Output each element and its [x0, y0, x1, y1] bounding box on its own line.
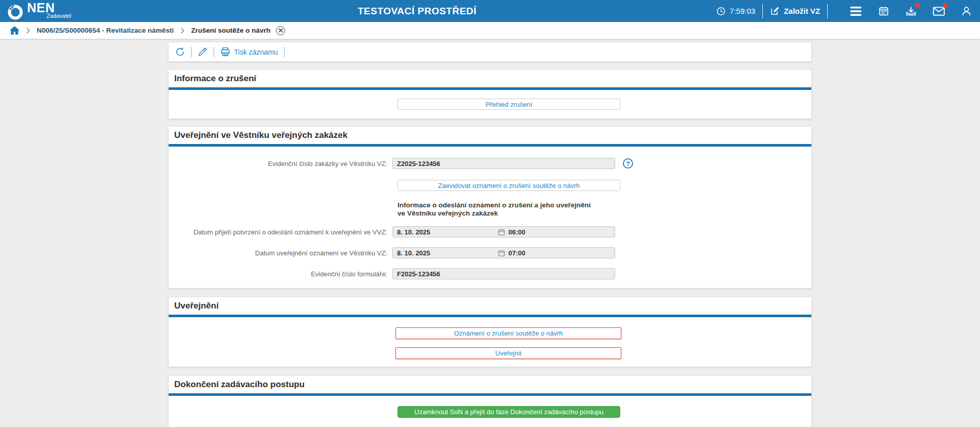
toolbar-divider	[214, 47, 214, 57]
header-divider	[827, 4, 828, 18]
form-number-value: F2025-123456	[397, 270, 440, 278]
messages-button[interactable]	[932, 5, 945, 18]
create-vz-label: Založit VZ	[784, 7, 820, 15]
section-vvz-publication: Uveřejnění ve Věstníku veřejných zakázek…	[169, 127, 811, 288]
header-controls: 7:59:03 Založit VZ	[716, 4, 980, 18]
calendar-small-icon	[498, 229, 505, 235]
record-toolbar: Tisk záznamu	[169, 42, 811, 61]
form-number-input[interactable]: F2025-123456	[392, 268, 615, 279]
form-number-row: Evidenční číslo formuláře: F2025-123456	[169, 268, 811, 279]
evidence-number-value: Z2025-123456	[397, 160, 440, 168]
publication-info-line2: ve Věstníku veřejných zakázek	[398, 209, 811, 218]
refresh-button[interactable]	[175, 47, 185, 57]
breadcrumb-current: Zrušení soutěže o návrh	[191, 27, 270, 34]
chevron-right-icon	[26, 28, 30, 34]
environment-title: TESTOVACÍ PROSTŘEDÍ	[358, 0, 477, 22]
section-title: Uveřejnění ve Věstníku veřejných zakázek	[169, 127, 811, 144]
calendar-small-icon	[498, 250, 505, 256]
publish-button[interactable]: Uveřejnit	[395, 347, 621, 359]
page-background: Tisk záznamu Informace o zrušení Přehled…	[0, 39, 980, 427]
publication-time-value: 07:00	[508, 249, 525, 257]
close-tab-icon[interactable]	[276, 26, 285, 35]
form-number-label: Evidenční číslo formuláře:	[169, 270, 392, 278]
clock-icon	[716, 7, 726, 16]
print-record-button[interactable]: Tisk záznamu	[220, 47, 278, 57]
confirmation-date-row: Datum přijetí potvrzení o odeslání oznám…	[169, 226, 811, 238]
nen-logo-icon	[7, 4, 24, 20]
confirmation-date-value: 8. 10. 2025	[397, 228, 498, 236]
mail-icon	[933, 7, 945, 16]
print-record-label: Tisk záznamu	[234, 48, 278, 56]
messages-notification-dot	[943, 3, 948, 8]
evidence-number-row: Evidenční číslo zakázky ve Věstníku VZ: …	[169, 158, 811, 169]
logo-subtitle: Zadavatel	[46, 13, 71, 19]
app-header: NEN Zadavatel TESTOVACÍ PROSTŘEDÍ 7:59:0…	[0, 0, 980, 22]
calendar-button[interactable]	[877, 5, 890, 18]
printer-icon	[220, 47, 230, 57]
server-time: 7:59:03	[716, 7, 755, 16]
help-icon[interactable]: ?	[623, 158, 633, 169]
toolbar-divider	[191, 47, 192, 57]
home-icon[interactable]	[10, 26, 19, 35]
section-title: Dokončení zadávacího postupu	[169, 376, 811, 393]
cancellation-notice-button[interactable]: Oznámení o zrušení soutěže o návrh	[395, 327, 621, 339]
publication-date-label: Datum uveřejnění oznámení ve Věstníku VZ…	[169, 249, 392, 257]
confirmation-date-label: Datum přijetí potvrzení o odeslání oznám…	[169, 228, 392, 236]
publication-info-line1: Informace o odeslání oznámení o zrušení …	[398, 201, 811, 209]
publication-date-value: 8. 10. 2025	[397, 249, 498, 257]
hamburger-icon	[850, 7, 861, 16]
register-cancellation-notice-button[interactable]: Zaevidovat oznámení o zrušení soutěže o …	[398, 180, 620, 191]
publication-date-row: Datum uveřejnění oznámení ve Věstníku VZ…	[169, 247, 811, 258]
nen-logo-text: NEN Zadavatel	[27, 2, 71, 19]
edit-icon	[770, 6, 780, 16]
lock-son-button[interactable]: Uzamknout SoN a přejít do fáze Dokončení…	[398, 406, 620, 418]
cancellation-overview-button[interactable]: Přehled zrušení	[398, 99, 620, 110]
section-title: Uveřejnění	[169, 297, 811, 315]
section-completion: Dokončení zadávacího postupu Uzamknout S…	[169, 376, 811, 427]
nen-logo[interactable]: NEN Zadavatel	[0, 2, 71, 20]
breadcrumb: N006/25/S00000654 - Revitalizace náměstí…	[0, 22, 980, 39]
user-icon	[961, 6, 972, 17]
chevron-right-icon	[180, 28, 184, 34]
section-publication: Uveřejnění Oznámení o zrušení soutěže o …	[169, 297, 811, 367]
section-cancellation-info: Informace o zrušení Přehled zrušení	[169, 70, 811, 118]
server-time-value: 7:59:03	[730, 7, 755, 15]
download-inbox-icon	[905, 6, 917, 17]
record-detail: Tisk záznamu Informace o zrušení Přehled…	[169, 42, 811, 427]
header-divider	[762, 4, 763, 18]
publication-info-text: Informace o odeslání oznámení o zrušení …	[398, 201, 811, 218]
inbox-notification-dot	[915, 3, 920, 8]
pencil-icon	[198, 47, 207, 57]
toolbar-divider	[284, 47, 285, 57]
menu-button[interactable]	[849, 5, 862, 18]
inbox-button[interactable]	[904, 5, 918, 18]
refresh-icon	[175, 47, 185, 57]
calendar-icon	[878, 6, 889, 16]
create-vz-button[interactable]: Založit VZ	[770, 6, 820, 16]
section-title: Informace o zrušení	[169, 70, 811, 87]
confirmation-time-value: 06:00	[508, 228, 525, 236]
breadcrumb-procurement[interactable]: N006/25/S00000654 - Revitalizace náměstí	[37, 27, 174, 34]
evidence-number-label: Evidenční číslo zakázky ve Věstníku VZ:	[169, 160, 392, 168]
edit-record-button[interactable]	[198, 47, 207, 57]
profile-button[interactable]	[960, 5, 973, 18]
publication-date-input[interactable]: 8. 10. 2025 07:00	[392, 247, 615, 258]
evidence-number-input[interactable]: Z2025-123456	[392, 158, 615, 169]
confirmation-date-input[interactable]: 8. 10. 2025 06:00	[392, 226, 615, 238]
